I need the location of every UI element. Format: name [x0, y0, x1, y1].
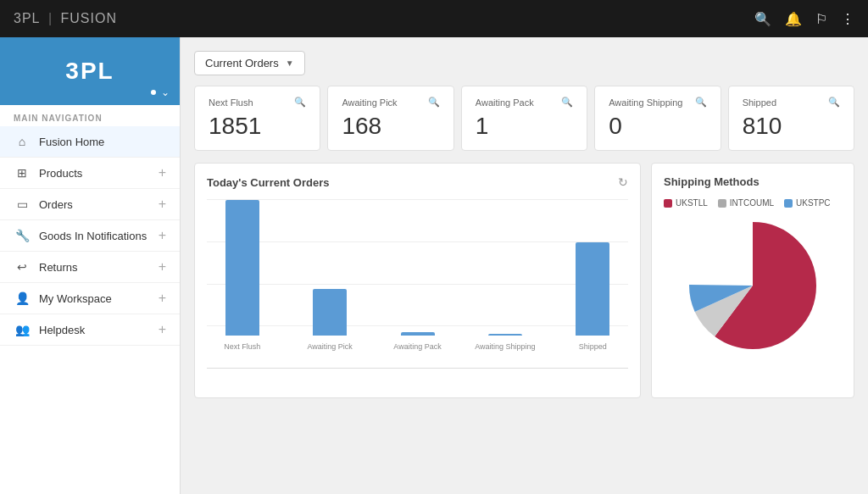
- stat-search-awaiting-pack[interactable]: 🔍: [561, 97, 573, 108]
- top-nav-icons: 🔍 🔔 ⚐ ⋮: [754, 11, 854, 27]
- sidebar-logo-dot: [151, 90, 156, 95]
- stat-title-next-flush: Next Flush: [209, 97, 253, 108]
- bar-group-awaiting-pick: Awaiting Pick: [294, 289, 364, 351]
- charts-row: Today's Current Orders ↻ Next Fl: [194, 163, 854, 398]
- more-icon[interactable]: ⋮: [841, 11, 854, 27]
- stat-card-header-shipped: Shipped 🔍: [743, 97, 840, 108]
- bar-chart-title: Today's Current Orders: [207, 176, 329, 189]
- folder-icon: ▭: [14, 196, 31, 213]
- orders-expand-icon[interactable]: +: [159, 197, 166, 212]
- bar-chart-wrapper: Next Flush Awaiting Pick Awaiting Pack: [207, 199, 628, 386]
- main-layout: 3PL ⌄ MAIN NAVIGATION ⌂ Fusion Home ⊞ Pr…: [0, 37, 868, 494]
- pie-segment-ukstpc: [721, 254, 785, 318]
- dropdown-arrow-icon: ▼: [286, 58, 294, 68]
- legend-item-ukstll: UKSTLL: [664, 198, 708, 208]
- sidebar: 3PL ⌄ MAIN NAVIGATION ⌂ Fusion Home ⊞ Pr…: [0, 37, 181, 494]
- stat-search-awaiting-shipping[interactable]: 🔍: [695, 97, 707, 108]
- stat-title-awaiting-pick: Awaiting Pick: [342, 97, 397, 108]
- sidebar-item-returns[interactable]: ↩ Returns +: [0, 252, 180, 283]
- stat-value-shipped: 810: [743, 113, 840, 140]
- stat-card-awaiting-shipping: Awaiting Shipping 🔍 0: [594, 86, 721, 151]
- bar-awaiting-shipping: [488, 334, 522, 336]
- pie-chart-title: Shipping Methods: [664, 175, 760, 188]
- flag-icon[interactable]: ⚐: [815, 11, 827, 27]
- person-icon: 👤: [14, 290, 31, 307]
- sidebar-item-products[interactable]: ⊞ Products +: [0, 158, 180, 189]
- bell-icon[interactable]: 🔔: [785, 11, 802, 27]
- legend-label-intcouml: INTCOUML: [730, 198, 774, 208]
- legend-label-ukstll: UKSTLL: [676, 198, 708, 208]
- main-content: Current Orders ▼ Next Flush 🔍 1851 Await…: [181, 37, 868, 494]
- bar-label-awaiting-shipping: Awaiting Shipping: [475, 342, 535, 351]
- sidebar-chevron-icon[interactable]: ⌄: [161, 86, 170, 98]
- bar-label-next-flush: Next Flush: [224, 342, 260, 351]
- bar-group-shipped: Shipped: [558, 242, 628, 351]
- sidebar-item-goods-in[interactable]: 🔧 Goods In Notifications +: [0, 220, 180, 252]
- stat-card-next-flush: Next Flush 🔍 1851: [194, 86, 320, 151]
- top-navigation: 3PL | FUSION 🔍 🔔 ⚐ ⋮: [0, 0, 868, 37]
- products-expand-icon[interactable]: +: [159, 165, 166, 180]
- search-icon[interactable]: 🔍: [754, 11, 771, 27]
- sidebar-label-workspace: My Workspace: [39, 292, 159, 305]
- stat-card-awaiting-pack: Awaiting Pack 🔍 1: [461, 86, 587, 151]
- legend-item-intcouml: INTCOUML: [718, 198, 774, 208]
- stat-value-next-flush: 1851: [209, 113, 306, 140]
- sidebar-label-products: Products: [39, 167, 159, 180]
- orders-dropdown[interactable]: Current Orders ▼: [194, 51, 305, 75]
- sidebar-item-fusion-home[interactable]: ⌂ Fusion Home: [0, 126, 180, 158]
- helpdesk-expand-icon[interactable]: +: [159, 322, 166, 337]
- people-icon: 👥: [14, 321, 31, 338]
- bar-chart-refresh-icon[interactable]: ↻: [618, 175, 628, 189]
- wrench-icon: 🔧: [14, 227, 31, 244]
- bar-awaiting-pack: [401, 332, 435, 336]
- sidebar-item-orders[interactable]: ▭ Orders +: [0, 189, 180, 220]
- pie-chart-header: Shipping Methods: [664, 175, 842, 188]
- stat-card-awaiting-pick: Awaiting Pick 🔍 168: [327, 86, 453, 151]
- bar-group-awaiting-pack: Awaiting Pack: [382, 332, 453, 351]
- stat-card-header-next-flush: Next Flush 🔍: [209, 97, 306, 108]
- brand-name: 3PL: [14, 11, 40, 25]
- sidebar-logo-text: 3PL: [65, 58, 114, 85]
- bar-group-next-flush: Next Flush: [207, 200, 277, 351]
- stat-value-awaiting-pack: 1: [476, 113, 573, 140]
- bar-label-awaiting-pick: Awaiting Pick: [307, 342, 352, 351]
- bar-chart-card: Today's Current Orders ↻ Next Fl: [194, 163, 641, 398]
- bar-label-shipped: Shipped: [579, 342, 607, 351]
- brand-separator: |: [48, 11, 58, 25]
- grid-icon: ⊞: [14, 164, 31, 181]
- bar-shipped: [576, 242, 609, 336]
- goods-in-expand-icon[interactable]: +: [159, 228, 166, 243]
- sidebar-label-fusion-home: Fusion Home: [39, 136, 166, 148]
- bar-chart: Next Flush Awaiting Pick Awaiting Pack: [207, 199, 628, 369]
- sidebar-label-helpdesk: Helpdesk: [39, 324, 159, 336]
- bar-group-awaiting-shipping: Awaiting Shipping: [470, 334, 540, 351]
- returns-expand-icon[interactable]: +: [159, 259, 166, 275]
- stats-row: Next Flush 🔍 1851 Awaiting Pick 🔍 168 Aw…: [194, 86, 854, 151]
- sidebar-item-helpdesk[interactable]: 👥 Helpdesk +: [0, 314, 180, 346]
- sidebar-section-label: MAIN NAVIGATION: [0, 105, 180, 126]
- legend-color-intcouml: [718, 199, 726, 208]
- returns-icon: ↩: [14, 258, 31, 275]
- home-icon: ⌂: [14, 133, 31, 150]
- stat-title-awaiting-pack: Awaiting Pack: [476, 97, 534, 108]
- workspace-expand-icon[interactable]: +: [159, 291, 166, 306]
- stat-value-awaiting-pick: 168: [342, 113, 439, 140]
- stat-card-header-awaiting-pack: Awaiting Pack 🔍: [476, 97, 573, 108]
- legend-item-ukstpc: UKSTPC: [784, 198, 831, 208]
- stat-card-header-awaiting-pick: Awaiting Pick 🔍: [342, 97, 439, 108]
- brand-product: FUSION: [61, 11, 117, 25]
- sidebar-logo: 3PL ⌄: [0, 37, 180, 105]
- bar-awaiting-pick: [313, 289, 347, 336]
- stat-search-next-flush[interactable]: 🔍: [294, 97, 306, 108]
- sidebar-item-workspace[interactable]: 👤 My Workspace +: [0, 283, 180, 314]
- pie-chart-card: Shipping Methods UKSTLL INTCOUML UKSTPC: [651, 163, 854, 398]
- pie-chart-container: [664, 218, 842, 353]
- stat-search-awaiting-pick[interactable]: 🔍: [428, 97, 440, 108]
- pie-chart-svg: [689, 222, 816, 349]
- sidebar-label-orders: Orders: [39, 198, 159, 211]
- stat-search-shipped[interactable]: 🔍: [828, 97, 840, 108]
- bar-label-awaiting-pack: Awaiting Pack: [393, 342, 441, 351]
- stat-title-shipped: Shipped: [743, 97, 776, 108]
- sidebar-label-returns: Returns: [39, 261, 159, 274]
- legend-color-ukstll: [664, 199, 672, 208]
